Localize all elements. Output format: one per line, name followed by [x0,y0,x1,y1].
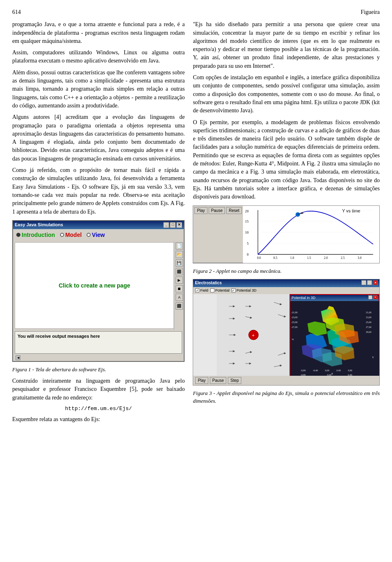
ejs-output-panel: You will receive output messages here [15,331,182,354]
fig3-maximize[interactable]: □ [367,280,372,285]
figure1-caption: Figura 1 - Tela de abertura do software … [12,366,185,374]
ejs-main-text: Click to create a new page [59,281,130,290]
url-line: http://fem.um.es/Ejs/ [12,405,185,413]
main-content: programação Java, e o que a torna atraen… [12,20,380,427]
svg-text:0,00: 0,00 [327,374,332,376]
svg-text:-27,00: -27,00 [291,326,298,328]
left-column: programação Java, e o que a torna atraen… [12,20,185,427]
ejs-close-button[interactable]: ✕ [176,222,182,228]
ejs-minimize-button[interactable]: _ [163,222,169,228]
ejs-maximize-button[interactable]: □ [170,222,176,228]
svg-text:-0,80: -0,80 [301,369,306,372]
ejs-tool-8[interactable]: ⬛ [176,302,183,310]
ejs-tool-new[interactable]: 📄 [176,242,183,250]
fig3-pause-button[interactable]: Pause [210,377,226,384]
page-container: 614 Figueira programação Java, e o que a… [0,0,392,440]
left-para-3: Além disso, possui outras característica… [12,69,185,110]
svg-text:-25,00: -25,00 [291,321,298,323]
svg-text:Z: Z [291,339,294,340]
ejs-statusbar: ◀ [13,355,184,361]
tab-model-radio[interactable] [60,233,64,237]
svg-text:-21,00: -21,00 [291,311,298,314]
figure3-3d-window: Potential in 3D _ ✕ [290,294,379,376]
figure2-svg: Y vs time 0 5 10 15 20 0.0 0.5 1.0 [245,207,378,261]
ejs-tool-text[interactable]: A [176,294,183,301]
tab-view-radio[interactable] [87,233,91,237]
ejs-tool-play[interactable]: ▶ [176,277,183,284]
ejs-main-panel[interactable]: Click to create a new page [15,242,174,329]
svg-text:1.0: 1.0 [290,256,294,259]
ejs-output-label: You will receive output messages here [18,334,100,339]
svg-text:20: 20 [245,209,249,213]
fig3-minimize[interactable]: _ [361,280,366,285]
ejs-tool-stop[interactable]: ⏹ [176,285,183,292]
fig3-potential3d-label: Potential 3D [236,288,256,293]
ejs-content-area: Click to create a new page 📄 📂 💾 ⬛ ▶ ⏹ A… [13,241,184,330]
right-para-3: O Ejs permite, por exemplo, a modelagem … [193,118,380,201]
right-para-1: "Ejs ha sido diseñado para permitir a un… [193,20,380,70]
svg-text:3.0: 3.0 [358,256,362,259]
ejs-tool-open[interactable]: 📂 [176,251,183,258]
figure3-titlebar: Electrostatics _ □ ✕ [193,279,379,287]
svg-text:0,40: 0,40 [336,369,341,372]
fig3-potential3d-checkbox-item[interactable]: Potential 3D [232,288,256,293]
figure3-buttons: Play Pause Step [193,376,379,385]
ejs-title: Easy Java Simulations [15,222,63,228]
fig3-3d-svg: Z X Y 21,00 23,00 25,00 27,00 29,00 -21,… [290,301,379,376]
figure3-caption: Figura 3 - Applet disponível na página d… [193,390,380,405]
fig3-field-checkbox-item[interactable]: Field [195,288,208,293]
ejs-tool-save[interactable]: 💾 [176,259,183,267]
fig3-potential3d-checkbox[interactable] [232,288,236,292]
svg-text:1.5: 1.5 [307,256,311,259]
fig3-3d-close[interactable]: ✕ [373,295,377,299]
svg-text:X: X [331,372,333,375]
figure3-3d-titlebar: Potential in 3D _ ✕ [290,295,379,301]
svg-text:Y vs time: Y vs time [342,208,360,213]
fig3-field-label: Field [200,288,208,293]
url-text: http://fem.um.es/Ejs/ [65,406,132,412]
left-para-4: Alguns autores [4] acreditam que a evolu… [12,113,185,163]
svg-text:15: 15 [245,219,249,223]
svg-text:29,00: 29,00 [366,331,372,333]
figure2-window: Play Pause Reset Y vs time 0 [193,205,380,263]
tab-model[interactable]: Model [60,231,82,239]
svg-text:0,80: 0,80 [348,369,352,372]
fig2-reset-button[interactable]: Reset [226,207,242,214]
figure2-buttons: Play Pause Reset [193,206,243,215]
svg-text:0,00: 0,00 [325,369,330,372]
fig3-3d-title: Potential in 3D [292,295,316,301]
page-header: 614 Figueira [12,8,380,16]
right-column: "Ejs ha sido diseñado para permitir a un… [193,20,380,427]
fig3-field-checkbox[interactable] [195,288,199,292]
svg-text:2.0: 2.0 [324,256,328,259]
svg-text:0.5: 0.5 [274,256,278,259]
fig3-step-button[interactable]: Step [228,377,241,384]
tab-introduction-radio[interactable] [16,233,20,237]
svg-text:0.0: 0.0 [257,256,261,259]
tab-view[interactable]: View [87,231,105,239]
fig2-play-button[interactable]: Play [194,207,207,214]
fig3-play-button[interactable]: Play [195,377,208,384]
page-number: 614 [12,8,21,16]
fig3-potential-checkbox[interactable] [210,288,214,292]
fig3-close[interactable]: ✕ [373,280,378,285]
ejs-titlebar-buttons: _ □ ✕ [163,222,182,228]
left-para-5: Como já referido, com o propósito de tor… [12,166,185,216]
svg-text:10: 10 [245,230,249,234]
svg-text:0,40: 0,40 [348,374,352,376]
fig3-3d-minimize[interactable]: _ [368,295,372,299]
author: Figueira [361,8,380,16]
fig2-pause-button[interactable]: Pause [209,207,225,214]
svg-text:23,00: 23,00 [366,316,372,319]
fig3-potential-checkbox-item[interactable]: Potential [210,288,229,293]
ejs-status-indicator: ◀ [16,355,20,360]
tab-model-label: Model [65,231,82,239]
left-para-2: Assim, computadores utilizando Windows, … [12,49,185,65]
tab-introduction[interactable]: Introduction [16,231,55,239]
ejs-tabs: Introduction Model View [13,229,184,241]
bottom-para-1: Construído inteiramente na linguagem de … [12,377,185,402]
svg-text:+: + [252,332,255,338]
ejs-tool-4[interactable]: ⬛ [176,268,183,275]
ejs-window: Easy Java Simulations _ □ ✕ Introduction [12,220,185,362]
svg-text:-0,40: -0,40 [313,369,318,372]
